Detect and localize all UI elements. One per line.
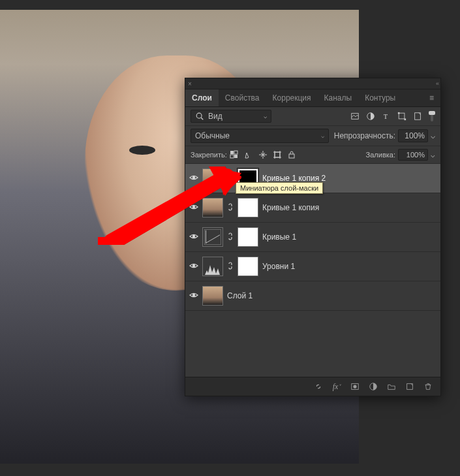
layer-thumbnail[interactable] xyxy=(202,286,223,306)
filter-toggle-switch[interactable] xyxy=(429,111,435,121)
panel-tabs: Слои Свойства Коррекция Каналы Контуры ≡ xyxy=(185,89,440,107)
layer-row[interactable]: Слой 1 xyxy=(185,281,440,311)
link-mask-icon[interactable] xyxy=(227,261,234,272)
visibility-eye-icon[interactable] xyxy=(189,202,198,214)
opacity-label: Непрозрачность: xyxy=(334,131,395,140)
search-icon xyxy=(195,112,204,121)
svg-point-22 xyxy=(192,264,195,266)
lock-label: Закрепить: xyxy=(191,151,227,159)
svg-point-23 xyxy=(192,293,195,296)
visibility-eye-icon[interactable] xyxy=(189,291,198,302)
new-layer-icon[interactable] xyxy=(405,382,414,391)
layer-thumbnail[interactable] xyxy=(202,227,223,247)
svg-rect-9 xyxy=(230,151,234,154)
opacity-value-field[interactable]: 100% xyxy=(398,129,428,142)
svg-point-0 xyxy=(196,113,202,118)
layer-filter-type-label: Вид xyxy=(208,112,222,121)
layer-mask-thumbnail[interactable] xyxy=(238,198,258,217)
fill-label: Заливка: xyxy=(366,151,395,159)
fill-control: Заливка: 100% ⌵ xyxy=(366,149,435,161)
lock-position-icon[interactable] xyxy=(258,150,268,159)
lock-image-icon[interactable] xyxy=(244,150,253,159)
blend-row: Обычные ⌵ Непрозрачность: 100% ⌵ xyxy=(185,126,440,146)
filter-adjustment-icon[interactable] xyxy=(366,112,375,121)
tab-layers[interactable]: Слои xyxy=(185,89,219,106)
svg-line-1 xyxy=(201,118,203,119)
visibility-eye-icon[interactable] xyxy=(189,232,198,243)
link-mask-icon[interactable] xyxy=(227,173,234,183)
tooltip-mask-thumbnail: Миниатюра слой-маски xyxy=(236,182,323,194)
svg-rect-7 xyxy=(405,119,406,121)
chevron-down-icon: ⌵ xyxy=(321,133,324,139)
svg-point-21 xyxy=(192,234,195,237)
svg-point-20 xyxy=(192,205,195,208)
layer-thumbnail[interactable] xyxy=(202,198,223,217)
layer-name-label[interactable]: Кривые 1 xyxy=(262,232,296,242)
link-mask-icon[interactable] xyxy=(227,232,234,242)
layer-row[interactable]: Кривые 1 копия xyxy=(185,193,440,223)
lock-all-icon[interactable] xyxy=(287,150,296,159)
tab-paths[interactable]: Контуры xyxy=(358,89,402,106)
layers-panel: × « Слои Свойства Коррекция Каналы Конту… xyxy=(185,78,441,396)
layer-name-label[interactable]: Слой 1 xyxy=(227,291,253,300)
fill-value-field[interactable]: 100% xyxy=(398,149,428,161)
link-layers-icon[interactable] xyxy=(314,382,323,391)
layer-filter-type-dropdown[interactable]: Вид ⌵ xyxy=(191,110,271,123)
svg-point-19 xyxy=(192,176,195,178)
svg-rect-11 xyxy=(234,151,238,154)
link-mask-icon[interactable] xyxy=(227,202,234,213)
layer-name-label[interactable]: Уровни 1 xyxy=(262,262,295,271)
svg-rect-6 xyxy=(398,112,400,114)
filter-smartobject-icon[interactable] xyxy=(413,112,422,121)
filter-type-icon[interactable]: T xyxy=(382,112,391,121)
svg-rect-13 xyxy=(275,152,280,157)
layer-mask-thumbnail[interactable] xyxy=(238,257,258,276)
opacity-control: Непрозрачность: 100% ⌵ xyxy=(334,129,435,142)
layer-effects-icon[interactable]: fx˅ xyxy=(332,382,341,391)
blend-mode-dropdown[interactable]: Обычные ⌵ xyxy=(191,129,329,143)
layers-list: Кривые 1 копия 2Кривые 1 копияКривые 1Ур… xyxy=(185,164,440,377)
collapse-icon[interactable]: « xyxy=(436,80,438,87)
tab-channels[interactable]: Каналы xyxy=(318,89,359,106)
svg-rect-12 xyxy=(230,155,234,158)
layer-filter-icons: T xyxy=(350,111,435,121)
chevron-down-icon[interactable]: ⌵ xyxy=(431,151,435,159)
lock-icons xyxy=(230,150,296,159)
delete-layer-icon[interactable] xyxy=(423,382,433,391)
panel-titlebar: × « xyxy=(185,78,440,89)
visibility-eye-icon[interactable] xyxy=(189,173,198,184)
new-adjustment-layer-icon[interactable] xyxy=(369,382,378,391)
tab-corrections[interactable]: Коррекция xyxy=(266,89,318,106)
panel-footer: fx˅ xyxy=(185,377,440,396)
filter-shape-icon[interactable] xyxy=(397,112,406,121)
layer-row[interactable]: Кривые 1 xyxy=(185,223,440,252)
svg-point-25 xyxy=(353,385,356,388)
close-icon[interactable]: × xyxy=(188,80,192,87)
chevron-down-icon[interactable]: ⌵ xyxy=(431,131,435,140)
svg-text:T: T xyxy=(384,113,388,120)
layer-filter-row: Вид ⌵ T xyxy=(185,107,440,126)
blend-mode-label: Обычные xyxy=(195,131,230,140)
layer-name-label[interactable]: Кривые 1 копия 2 xyxy=(262,174,326,183)
chevron-down-icon: ⌵ xyxy=(264,113,267,119)
svg-rect-10 xyxy=(234,155,238,158)
panel-menu-icon[interactable]: ≡ xyxy=(423,89,440,106)
add-mask-icon[interactable] xyxy=(350,382,360,391)
layer-name-label[interactable]: Кривые 1 копия xyxy=(262,203,319,212)
layer-thumbnail[interactable] xyxy=(202,257,223,276)
lock-row: Закрепить: Заливка: 100% ⌵ xyxy=(185,146,440,164)
filter-pixel-icon[interactable] xyxy=(350,112,360,121)
visibility-eye-icon[interactable] xyxy=(189,261,198,272)
new-group-icon[interactable] xyxy=(387,382,396,391)
layer-mask-thumbnail[interactable] xyxy=(238,227,258,247)
lock-artboard-icon[interactable] xyxy=(273,150,282,159)
layer-thumbnail[interactable] xyxy=(202,168,223,188)
lock-transparency-icon[interactable] xyxy=(230,150,239,159)
tab-properties[interactable]: Свойства xyxy=(219,89,266,106)
layer-row[interactable]: Уровни 1 xyxy=(185,252,440,281)
svg-rect-18 xyxy=(289,154,294,158)
